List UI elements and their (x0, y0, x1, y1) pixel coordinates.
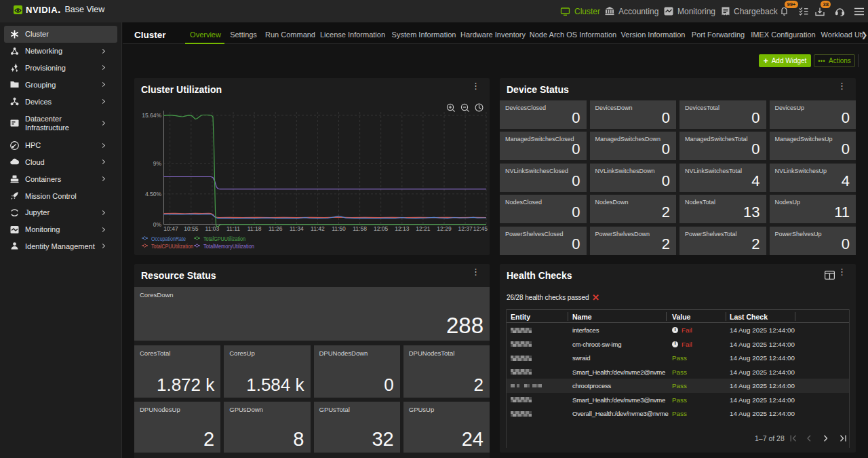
svg-text:11:26: 11:26 (269, 225, 283, 232)
svg-text:15.64%: 15.64% (142, 112, 161, 119)
svg-text:11:34: 11:34 (290, 225, 304, 232)
svg-text:12:13: 12:13 (395, 225, 410, 232)
svg-text:OccupationRate: OccupationRate (151, 235, 186, 242)
svg-text:12:29: 12:29 (437, 225, 452, 232)
svg-text:12:05: 12:05 (374, 225, 389, 232)
svg-text:11:42: 11:42 (311, 225, 325, 232)
svg-text:4.50%: 4.50% (145, 191, 162, 197)
svg-text:0%: 0% (153, 221, 162, 228)
svg-text:10:55: 10:55 (184, 225, 199, 232)
svg-text:12:21: 12:21 (416, 225, 431, 232)
svg-text:12:45: 12:45 (473, 225, 488, 232)
svg-text:11:11: 11:11 (226, 225, 240, 232)
svg-text:11:18: 11:18 (248, 225, 262, 232)
svg-text:TotalCPUUtilization: TotalCPUUtilization (151, 243, 193, 250)
svg-text:10:47: 10:47 (163, 225, 178, 232)
svg-text:TotalGPUUtilization: TotalGPUUtilization (203, 235, 245, 242)
svg-text:11:58: 11:58 (353, 225, 367, 232)
svg-text:TotalMemoryUtilization: TotalMemoryUtilization (203, 243, 254, 250)
svg-text:12:37: 12:37 (458, 225, 473, 232)
svg-text:11:50: 11:50 (332, 225, 346, 232)
svg-text:9%: 9% (153, 160, 162, 167)
